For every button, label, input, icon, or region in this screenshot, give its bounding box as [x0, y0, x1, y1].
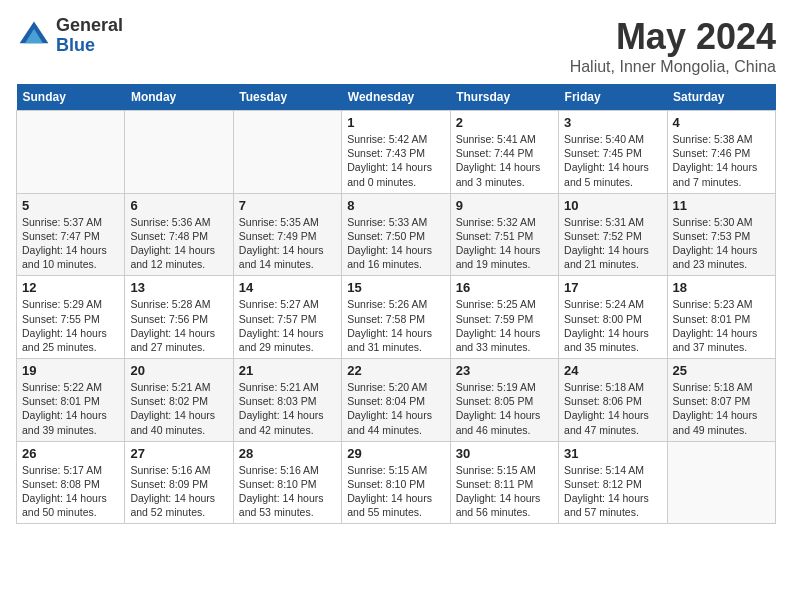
calendar-cell: 28Sunrise: 5:16 AMSunset: 8:10 PMDayligh…	[233, 441, 341, 524]
day-info: Sunrise: 5:24 AMSunset: 8:00 PMDaylight:…	[564, 297, 661, 354]
week-row-5: 26Sunrise: 5:17 AMSunset: 8:08 PMDayligh…	[17, 441, 776, 524]
day-number: 31	[564, 446, 661, 461]
week-row-4: 19Sunrise: 5:22 AMSunset: 8:01 PMDayligh…	[17, 359, 776, 442]
day-info: Sunrise: 5:22 AMSunset: 8:01 PMDaylight:…	[22, 380, 119, 437]
day-number: 13	[130, 280, 227, 295]
day-info: Sunrise: 5:21 AMSunset: 8:03 PMDaylight:…	[239, 380, 336, 437]
day-number: 21	[239, 363, 336, 378]
calendar-cell: 21Sunrise: 5:21 AMSunset: 8:03 PMDayligh…	[233, 359, 341, 442]
calendar-cell: 9Sunrise: 5:32 AMSunset: 7:51 PMDaylight…	[450, 193, 558, 276]
day-info: Sunrise: 5:18 AMSunset: 8:07 PMDaylight:…	[673, 380, 770, 437]
calendar-cell	[667, 441, 775, 524]
day-info: Sunrise: 5:36 AMSunset: 7:48 PMDaylight:…	[130, 215, 227, 272]
day-info: Sunrise: 5:41 AMSunset: 7:44 PMDaylight:…	[456, 132, 553, 189]
day-number: 26	[22, 446, 119, 461]
calendar-cell: 3Sunrise: 5:40 AMSunset: 7:45 PMDaylight…	[559, 111, 667, 194]
calendar-cell: 29Sunrise: 5:15 AMSunset: 8:10 PMDayligh…	[342, 441, 450, 524]
day-info: Sunrise: 5:19 AMSunset: 8:05 PMDaylight:…	[456, 380, 553, 437]
day-info: Sunrise: 5:33 AMSunset: 7:50 PMDaylight:…	[347, 215, 444, 272]
day-number: 11	[673, 198, 770, 213]
day-info: Sunrise: 5:42 AMSunset: 7:43 PMDaylight:…	[347, 132, 444, 189]
calendar-cell: 18Sunrise: 5:23 AMSunset: 8:01 PMDayligh…	[667, 276, 775, 359]
col-sunday: Sunday	[17, 84, 125, 111]
day-number: 10	[564, 198, 661, 213]
calendar-cell: 19Sunrise: 5:22 AMSunset: 8:01 PMDayligh…	[17, 359, 125, 442]
day-info: Sunrise: 5:21 AMSunset: 8:02 PMDaylight:…	[130, 380, 227, 437]
calendar-cell: 6Sunrise: 5:36 AMSunset: 7:48 PMDaylight…	[125, 193, 233, 276]
day-number: 3	[564, 115, 661, 130]
day-info: Sunrise: 5:20 AMSunset: 8:04 PMDaylight:…	[347, 380, 444, 437]
calendar-cell: 4Sunrise: 5:38 AMSunset: 7:46 PMDaylight…	[667, 111, 775, 194]
day-number: 16	[456, 280, 553, 295]
day-info: Sunrise: 5:26 AMSunset: 7:58 PMDaylight:…	[347, 297, 444, 354]
day-info: Sunrise: 5:15 AMSunset: 8:10 PMDaylight:…	[347, 463, 444, 520]
day-number: 25	[673, 363, 770, 378]
day-info: Sunrise: 5:38 AMSunset: 7:46 PMDaylight:…	[673, 132, 770, 189]
day-number: 20	[130, 363, 227, 378]
calendar-cell: 26Sunrise: 5:17 AMSunset: 8:08 PMDayligh…	[17, 441, 125, 524]
day-info: Sunrise: 5:37 AMSunset: 7:47 PMDaylight:…	[22, 215, 119, 272]
day-number: 9	[456, 198, 553, 213]
calendar-table: Sunday Monday Tuesday Wednesday Thursday…	[16, 84, 776, 524]
day-number: 19	[22, 363, 119, 378]
day-number: 23	[456, 363, 553, 378]
calendar-cell	[17, 111, 125, 194]
day-info: Sunrise: 5:30 AMSunset: 7:53 PMDaylight:…	[673, 215, 770, 272]
day-info: Sunrise: 5:32 AMSunset: 7:51 PMDaylight:…	[456, 215, 553, 272]
calendar-cell: 10Sunrise: 5:31 AMSunset: 7:52 PMDayligh…	[559, 193, 667, 276]
day-number: 22	[347, 363, 444, 378]
day-info: Sunrise: 5:16 AMSunset: 8:09 PMDaylight:…	[130, 463, 227, 520]
calendar-cell: 8Sunrise: 5:33 AMSunset: 7:50 PMDaylight…	[342, 193, 450, 276]
main-title: May 2024	[570, 16, 776, 58]
header-row: Sunday Monday Tuesday Wednesday Thursday…	[17, 84, 776, 111]
calendar-cell	[125, 111, 233, 194]
calendar-cell: 15Sunrise: 5:26 AMSunset: 7:58 PMDayligh…	[342, 276, 450, 359]
day-info: Sunrise: 5:29 AMSunset: 7:55 PMDaylight:…	[22, 297, 119, 354]
day-number: 14	[239, 280, 336, 295]
day-number: 2	[456, 115, 553, 130]
calendar-cell: 25Sunrise: 5:18 AMSunset: 8:07 PMDayligh…	[667, 359, 775, 442]
calendar-cell: 11Sunrise: 5:30 AMSunset: 7:53 PMDayligh…	[667, 193, 775, 276]
calendar-cell: 30Sunrise: 5:15 AMSunset: 8:11 PMDayligh…	[450, 441, 558, 524]
logo-general: General	[56, 16, 123, 36]
day-info: Sunrise: 5:31 AMSunset: 7:52 PMDaylight:…	[564, 215, 661, 272]
day-number: 18	[673, 280, 770, 295]
day-number: 8	[347, 198, 444, 213]
calendar-cell: 24Sunrise: 5:18 AMSunset: 8:06 PMDayligh…	[559, 359, 667, 442]
col-tuesday: Tuesday	[233, 84, 341, 111]
week-row-3: 12Sunrise: 5:29 AMSunset: 7:55 PMDayligh…	[17, 276, 776, 359]
day-info: Sunrise: 5:16 AMSunset: 8:10 PMDaylight:…	[239, 463, 336, 520]
calendar-cell: 27Sunrise: 5:16 AMSunset: 8:09 PMDayligh…	[125, 441, 233, 524]
col-thursday: Thursday	[450, 84, 558, 111]
day-info: Sunrise: 5:27 AMSunset: 7:57 PMDaylight:…	[239, 297, 336, 354]
calendar-cell: 17Sunrise: 5:24 AMSunset: 8:00 PMDayligh…	[559, 276, 667, 359]
day-number: 7	[239, 198, 336, 213]
week-row-2: 5Sunrise: 5:37 AMSunset: 7:47 PMDaylight…	[17, 193, 776, 276]
col-wednesday: Wednesday	[342, 84, 450, 111]
subtitle: Haliut, Inner Mongolia, China	[570, 58, 776, 76]
col-friday: Friday	[559, 84, 667, 111]
col-monday: Monday	[125, 84, 233, 111]
logo-blue: Blue	[56, 36, 123, 56]
day-number: 28	[239, 446, 336, 461]
day-info: Sunrise: 5:15 AMSunset: 8:11 PMDaylight:…	[456, 463, 553, 520]
day-number: 27	[130, 446, 227, 461]
col-saturday: Saturday	[667, 84, 775, 111]
calendar-cell: 7Sunrise: 5:35 AMSunset: 7:49 PMDaylight…	[233, 193, 341, 276]
day-number: 30	[456, 446, 553, 461]
day-number: 12	[22, 280, 119, 295]
day-number: 4	[673, 115, 770, 130]
day-number: 24	[564, 363, 661, 378]
day-info: Sunrise: 5:40 AMSunset: 7:45 PMDaylight:…	[564, 132, 661, 189]
page-header: General Blue May 2024 Haliut, Inner Mong…	[16, 16, 776, 76]
calendar-cell: 13Sunrise: 5:28 AMSunset: 7:56 PMDayligh…	[125, 276, 233, 359]
day-number: 17	[564, 280, 661, 295]
day-info: Sunrise: 5:25 AMSunset: 7:59 PMDaylight:…	[456, 297, 553, 354]
day-info: Sunrise: 5:17 AMSunset: 8:08 PMDaylight:…	[22, 463, 119, 520]
calendar-cell: 23Sunrise: 5:19 AMSunset: 8:05 PMDayligh…	[450, 359, 558, 442]
logo: General Blue	[16, 16, 123, 56]
day-info: Sunrise: 5:28 AMSunset: 7:56 PMDaylight:…	[130, 297, 227, 354]
day-info: Sunrise: 5:35 AMSunset: 7:49 PMDaylight:…	[239, 215, 336, 272]
logo-text: General Blue	[56, 16, 123, 56]
day-number: 1	[347, 115, 444, 130]
